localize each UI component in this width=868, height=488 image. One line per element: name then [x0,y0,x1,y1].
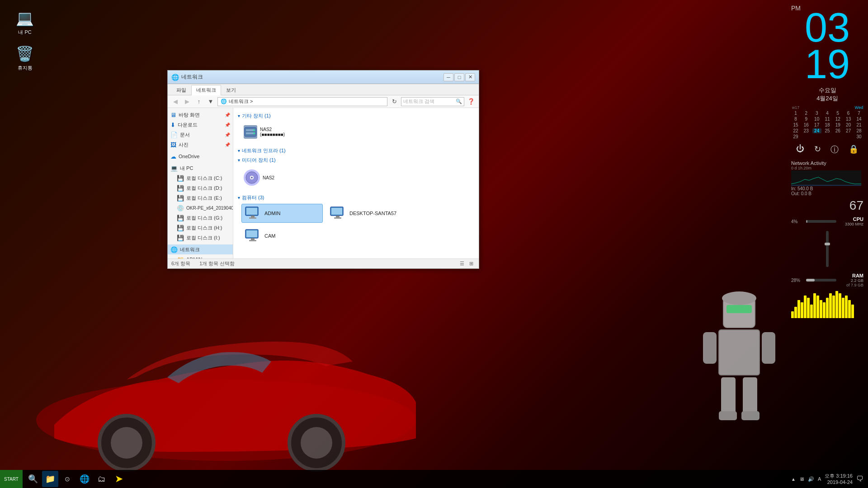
section-network-infra[interactable]: ▾ 네트워크 인프라 (1) [237,145,475,155]
address-bar: ◀ ▶ ↑ ▼ 🌐 네트워크 > ↻ 네트워크 검색 🔍 ❓ [168,95,479,108]
svg-rect-25 [246,208,257,215]
power-button[interactable]: ⏻ [796,144,804,155]
admin-pc-icon [245,206,261,221]
svg-rect-34 [251,238,255,240]
chevron-other-devices: ▾ [238,113,240,118]
desktop-icon-mypc[interactable]: 💻 내 PC [9,9,41,36]
view-buttons: ☰ ⊞ [458,260,475,268]
search-box[interactable]: 네트워크 검색 🔍 [401,97,464,106]
sidebar-item-okr[interactable]: 💿 OKR-PE_x64_20190408 (F:) [168,203,233,213]
tray-clock[interactable]: 오후 3:19:16 2019-04-24 [825,473,853,486]
start-button[interactable]: START [0,470,23,488]
sidebar-item-admin[interactable]: 📁 ADMIN [168,254,233,258]
taskbar-update-button[interactable]: ⊙ [59,471,75,487]
documents-icon: 📄 [170,131,178,138]
sidebar-item-local-c[interactable]: 💾 로컬 디스크 (C:) [168,173,233,183]
tray-notification-icon[interactable]: 🗨 [856,475,863,483]
ram-row: 28% RAM 2.2 GB of 7.9 GB [791,273,863,287]
refresh-address-button[interactable]: ↻ [389,97,399,107]
downloads-icon: ⬇ [170,122,175,128]
sidebar-item-mypc[interactable]: 💻 내 PC [168,163,233,173]
sidebar-item-onedrive[interactable]: ☁ OneDrive [168,151,233,161]
sidebar-item-local-i[interactable]: 💾 로컬 디스크 (I:) [168,233,233,243]
chevron-infra: ▾ [238,148,240,153]
close-button[interactable]: ✕ [465,73,475,81]
tray-arrow-icon[interactable]: ▲ [791,477,796,482]
nav-up-button[interactable]: ↑ [194,97,204,107]
desktop-icon-recycle[interactable]: 🗑️ 휴지통 [9,45,41,71]
explorer-body: 🖥 바탕 화면 📌 ⬇ 다운로드 📌 📄 문서 📌 🖼 사진 📌 ☁ [168,108,479,258]
disk-d-icon: 💾 [177,185,184,192]
grid-view-button[interactable]: ⊞ [467,260,475,268]
svg-point-2 [111,427,142,459]
sidebar-item-desktop[interactable]: 🖥 바탕 화면 📌 [168,110,233,120]
onedrive-icon: ☁ [170,153,176,160]
taskbar-filemanager-button[interactable]: 🗂 [94,471,110,487]
computers-grid: ADMIN DESKTOP-SANTA57 [237,202,475,249]
sidebar-item-downloads[interactable]: ⬇ 다운로드 📌 [168,120,233,130]
taskbar-browser-button[interactable]: 🌐 [76,471,93,487]
disk-h-icon: 💾 [177,225,184,231]
tray-input-icon[interactable]: A [818,476,821,482]
desktop-icons: 💻 내 PC 🗑️ 휴지통 [9,9,41,71]
lock-button[interactable]: 🔒 [849,144,859,155]
media-device-icon [244,169,260,186]
address-path[interactable]: 🌐 네트워크 > [217,97,387,106]
maximize-button[interactable]: □ [454,73,464,81]
sidebar-item-network[interactable]: 🌐 네트워크 [168,244,233,254]
ribbon: 파일 네트워크 보기 [168,84,479,95]
panel-number: 67 [791,198,863,213]
disk-c-icon: 💾 [177,175,184,182]
explorer-window: 🌐 네트워크 ─ □ ✕ 파일 네트워크 보기 ◀ ▶ ↑ ▼ 🌐 네트워크 >… [167,70,479,269]
item-admin-pc[interactable]: ADMIN [241,204,323,223]
svg-point-7 [722,291,756,305]
refresh-button[interactable]: ↻ [814,144,821,155]
svg-rect-26 [251,216,255,217]
window-controls: ─ □ ✕ [443,73,475,81]
sidebar-item-local-d[interactable]: 💾 로컬 디스크 (D:) [168,183,233,193]
tray-speaker-icon[interactable]: 🔊 [808,476,814,482]
svg-rect-15 [791,170,861,186]
list-view-button[interactable]: ☰ [458,260,466,268]
ribbon-tabs: 파일 네트워크 보기 [168,84,479,95]
svg-rect-11 [721,377,736,413]
item-nas2-device[interactable]: NAS2 (■■■■■■■■) [241,122,282,142]
taskbar-explorer-button[interactable]: 📁 [42,471,58,487]
tray-network-icon[interactable]: 🖥 [799,476,804,482]
network-graph [791,170,861,186]
sidebar-item-local-e[interactable]: 💾 로컬 디스크 (E:) [168,193,233,203]
minimize-button[interactable]: ─ [443,73,453,81]
item-cam-pc[interactable]: CAM [241,226,323,245]
chevron-computers: ▾ [238,195,240,200]
svg-rect-6 [726,305,752,313]
sidebar-item-local-g[interactable]: 💾 로컬 디스크 (G:) [168,213,233,223]
section-other-devices[interactable]: ▾ 기타 장치 (1) [237,111,475,120]
taskbar-search-button[interactable]: 🔍 [25,471,41,487]
sidebar-item-pictures[interactable]: 🖼 사진 📌 [168,140,233,150]
other-devices-grid: NAS2 (■■■■■■■■) [237,120,475,145]
sidebar-item-local-h[interactable]: 💾 로컬 디스크 (H:) [168,223,233,233]
taskbar-arrow-button[interactable]: ➤ [111,471,127,487]
tab-file[interactable]: 파일 [171,85,191,95]
help-button[interactable]: ❓ [466,97,476,107]
tab-network[interactable]: 네트워크 [191,85,221,95]
info-button[interactable]: ⓘ [830,144,839,155]
section-computers[interactable]: ▾ 컴퓨터 (3) [237,192,475,202]
tab-view[interactable]: 보기 [221,85,241,95]
nav-back-button[interactable]: ◀ [170,97,180,107]
cam-pc-icon [245,229,261,243]
item-nas2-media[interactable]: NAS2 [241,166,282,189]
media-devices-grid: NAS2 [237,164,475,192]
nav-forward-button[interactable]: ▶ [182,97,192,107]
chevron-media: ▾ [238,158,240,163]
item-desktop-santa57-pc[interactable]: DESKTOP-SANTA57 [326,204,408,223]
section-media-devices[interactable]: ▾ 미디어 장치 (1) [237,155,475,164]
sidebar-item-documents[interactable]: 📄 문서 📌 [168,130,233,140]
svg-rect-33 [246,230,257,237]
nav-recent-button[interactable]: ▼ [206,97,216,107]
window-title-icon: 🌐 [171,74,179,81]
eq-bars [791,291,863,318]
svg-rect-29 [331,208,342,215]
svg-rect-9 [703,332,717,364]
svg-rect-14 [741,411,760,420]
